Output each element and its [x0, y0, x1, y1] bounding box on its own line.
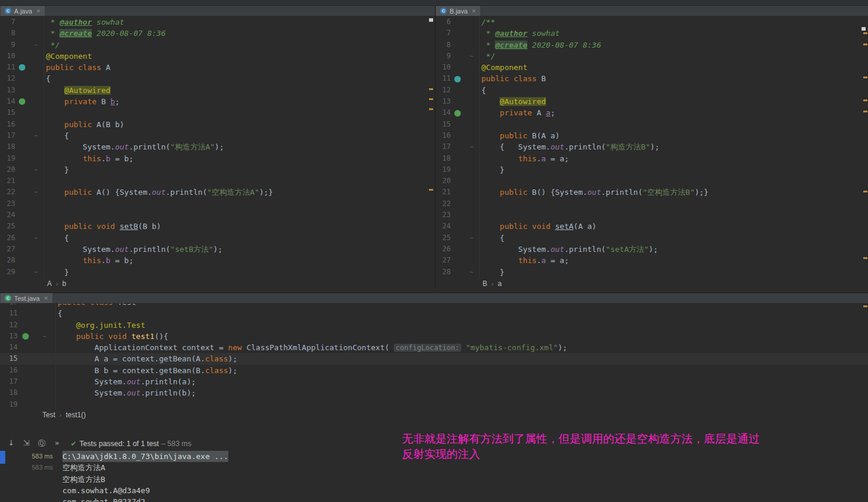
- breadcrumb-item[interactable]: b: [62, 280, 66, 288]
- code-line-11[interactable]: 11public class B: [435, 73, 868, 84]
- fold-marker[interactable]: −: [28, 187, 44, 198]
- code-line-12[interactable]: 12{: [435, 85, 868, 96]
- fold-marker[interactable]: −: [28, 232, 44, 244]
- spring-wire-icon[interactable]: [19, 98, 25, 105]
- code-line-9[interactable]: 9− */: [0, 39, 435, 51]
- code-line-7[interactable]: 7 * @author sowhat: [0, 16, 435, 28]
- code-line-28[interactable]: 28 this.b = b;: [0, 255, 435, 266]
- fold-marker[interactable]: −: [464, 267, 479, 278]
- spring-wire-icon[interactable]: [454, 110, 461, 117]
- code-line-27[interactable]: 27 this.a = a;: [435, 255, 868, 266]
- more-options-icon[interactable]: »: [49, 438, 65, 449]
- code-line-7[interactable]: 7 * @author sowhat: [435, 28, 868, 39]
- code-line-20[interactable]: 20: [435, 175, 868, 187]
- code-line-13[interactable]: 13 @Autowired: [435, 96, 868, 107]
- console-line[interactable]: 583 ms空构造方法A: [0, 462, 868, 473]
- code-line-8[interactable]: 8 * @create 2020-08-07 8:36: [435, 39, 868, 51]
- fold-marker[interactable]: −: [28, 130, 44, 141]
- code-line-23[interactable]: 23: [0, 198, 435, 210]
- fold-marker[interactable]: −: [28, 267, 44, 278]
- code-line-13[interactable]: 13 @Autowired: [0, 85, 435, 96]
- scroll-down-icon[interactable]: ↓: [4, 438, 19, 449]
- fold-marker[interactable]: −: [28, 164, 44, 175]
- search-filter-icon[interactable]: Ⓠ: [34, 438, 49, 449]
- code-line-14[interactable]: 14 private A a;: [435, 107, 868, 118]
- code-line-10[interactable]: 10@Component: [435, 62, 868, 73]
- code-line-18[interactable]: 18 this.a = a;: [435, 153, 868, 164]
- breadcrumb-item[interactable]: Test: [42, 411, 55, 419]
- editor-b-code[interactable]: 6/**7 * @author sowhat8 * @create 2020-0…: [435, 16, 868, 278]
- spring-bean-icon[interactable]: [454, 76, 461, 82]
- breadcrumb-item[interactable]: B: [483, 280, 487, 288]
- code-line-17[interactable]: 17− {: [0, 130, 435, 141]
- code-line-21[interactable]: 21: [0, 175, 435, 187]
- code-line-22[interactable]: 22: [435, 198, 868, 210]
- scrollbar-mark[interactable]: [862, 27, 866, 31]
- code-line-13[interactable]: 13− public void test1(){: [0, 331, 868, 342]
- code-line-17[interactable]: 17− { System.out.println("构造方法B");: [435, 141, 868, 152]
- code-line-9[interactable]: 9− */: [435, 51, 868, 62]
- scrollbar-mark[interactable]: [863, 44, 867, 45]
- breadcrumb-item[interactable]: test1(): [66, 411, 86, 419]
- scrollbar-mark[interactable]: [863, 32, 867, 34]
- code-line-16[interactable]: 16 public B(A a): [435, 130, 868, 141]
- code-line-27[interactable]: 27 System.out.println("setB方法");: [0, 244, 435, 255]
- code-line-20[interactable]: 20− }: [0, 164, 435, 175]
- fold-marker[interactable]: −: [464, 51, 479, 62]
- code-line-15[interactable]: 15 A a = context.getBean(A.class);: [0, 353, 868, 364]
- code-line-12[interactable]: 12{: [0, 73, 435, 84]
- code-line-16[interactable]: 16 public A(B b): [0, 119, 435, 130]
- code-line-28[interactable]: 28− }: [435, 267, 868, 278]
- scrollbar-mark[interactable]: [863, 305, 867, 307]
- export-icon[interactable]: ⇲: [19, 438, 34, 449]
- fold-marker[interactable]: −: [464, 232, 479, 244]
- editor-a-code[interactable]: 7 * @author sowhat8 * @create 2020-08-07…: [0, 16, 435, 278]
- code-line-14[interactable]: 14 private B b;: [0, 96, 435, 107]
- close-icon[interactable]: ✕: [472, 8, 477, 14]
- code-line-21[interactable]: 21 public B() {System.out.println("空构造方法…: [435, 187, 868, 198]
- scrollbar-mark[interactable]: [863, 257, 867, 259]
- code-line-15[interactable]: 15: [0, 107, 435, 118]
- code-line-25[interactable]: 25− {: [435, 232, 868, 244]
- fold-marker[interactable]: −: [464, 141, 479, 152]
- code-line-10[interactable]: 10public class Test: [0, 304, 868, 308]
- code-line-19[interactable]: 19 this.b = b;: [0, 153, 435, 164]
- breadcrumb-item[interactable]: A: [47, 280, 52, 288]
- code-line-23[interactable]: 23: [435, 210, 868, 221]
- code-line-19[interactable]: 19: [0, 399, 868, 409]
- code-line-8[interactable]: 8 * @create 2020-08-07 8:36: [0, 28, 435, 39]
- scrollbar-mark[interactable]: [429, 88, 433, 90]
- console-line[interactable]: com.sowhat.B@237d2: [0, 496, 868, 502]
- code-line-12[interactable]: 12 @org.junit.Test: [0, 320, 868, 331]
- code-line-29[interactable]: 29− }: [0, 267, 435, 278]
- tab-a-java[interactable]: C A.java ✕: [1, 6, 45, 16]
- code-line-18[interactable]: 18 System.out.println(b);: [0, 387, 868, 398]
- code-line-25[interactable]: 25 public void setB(B b): [0, 221, 435, 232]
- code-line-17[interactable]: 17 System.out.println(a);: [0, 376, 868, 387]
- scrollbar-mark[interactable]: [429, 98, 433, 100]
- code-line-26[interactable]: 26− {: [0, 232, 435, 244]
- scrollbar-mark[interactable]: [863, 191, 867, 192]
- code-line-6[interactable]: 6/**: [435, 16, 868, 28]
- breadcrumb-item[interactable]: a: [498, 280, 502, 288]
- code-line-11[interactable]: 11public class A: [0, 62, 435, 73]
- code-line-10[interactable]: 10@Component: [0, 51, 435, 62]
- scrollbar-mark[interactable]: [429, 108, 433, 110]
- code-line-16[interactable]: 16 B b = context.getBean(B.class);: [0, 365, 868, 376]
- editor-test-code[interactable]: 10public class Test11{12 @org.junit.Test…: [0, 304, 868, 409]
- scrollbar-mark[interactable]: [429, 18, 433, 22]
- run-test-icon[interactable]: [22, 333, 29, 340]
- console-line[interactable]: com.sowhat.A@d3a4e9: [0, 485, 868, 496]
- code-line-14[interactable]: 14 ApplicationContext context = new Clas…: [0, 342, 868, 353]
- scrollbar-mark[interactable]: [863, 77, 867, 78]
- code-line-26[interactable]: 26 System.out.println("setA方法");: [435, 244, 868, 255]
- code-line-24[interactable]: 24 public void setA(A a): [435, 221, 868, 232]
- code-line-19[interactable]: 19 }: [435, 164, 868, 175]
- tab-b-java[interactable]: C B.java ✕: [436, 6, 480, 16]
- fold-marker[interactable]: −: [33, 331, 55, 342]
- close-icon[interactable]: ✕: [36, 8, 41, 14]
- code-line-22[interactable]: 22− public A() {System.out.println("空构造方…: [0, 187, 435, 198]
- code-line-11[interactable]: 11{: [0, 308, 868, 319]
- console-line[interactable]: 空构造方法B: [0, 474, 868, 485]
- code-line-15[interactable]: 15: [435, 119, 868, 130]
